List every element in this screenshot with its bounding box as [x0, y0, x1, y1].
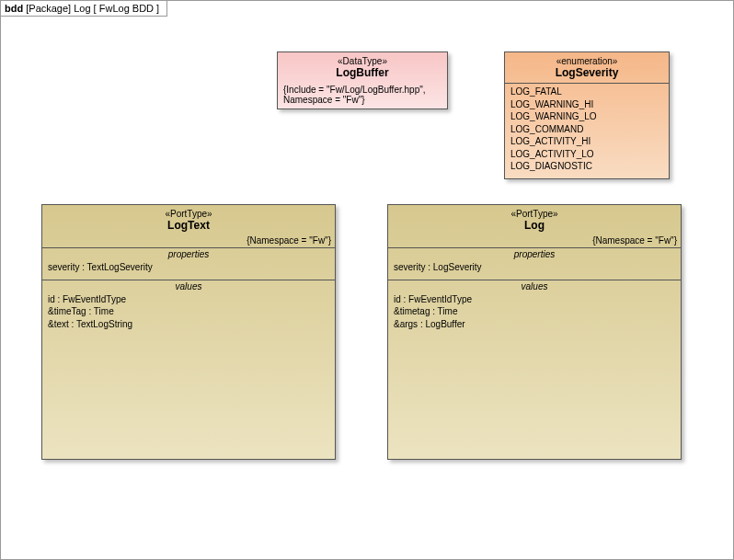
enum-literal: LOG_WARNING_LO — [510, 110, 663, 123]
frame-header: bdd [Package] Log [ FwLog BDD ] — [1, 1, 167, 17]
frame-prefix: bdd — [5, 3, 23, 14]
frame-label: [Package] Log [ FwLog BDD ] — [26, 3, 159, 14]
logtext-values-label: values — [42, 280, 335, 291]
block-logbuffer: «DataType» LogBuffer {Include = "Fw/Log/… — [277, 51, 448, 109]
block-logtext: «PortType» LogText {Namespace = "Fw"} pr… — [41, 204, 336, 460]
enum-literal: LOG_DIAGNOSTIC — [510, 160, 663, 173]
logtext-constraint: {Namespace = "Fw"} — [42, 235, 335, 247]
logbuffer-stereotype: «DataType» — [283, 56, 442, 66]
logbuffer-name: LogBuffer — [283, 66, 442, 79]
log-values-label: values — [388, 280, 681, 291]
logseverity-stereotype: «enumeration» — [510, 56, 663, 66]
logseverity-name: LogSeverity — [510, 66, 663, 79]
block-logseverity: «enumeration» LogSeverity LOG_FATAL LOG_… — [504, 51, 670, 179]
enum-literal: LOG_WARNING_HI — [510, 98, 663, 111]
block-log: «PortType» Log {Namespace = "Fw"} proper… — [387, 204, 682, 460]
log-header: «PortType» Log — [388, 205, 681, 235]
property-row: severity : LogSeverity — [394, 261, 675, 274]
diagram-frame: bdd [Package] Log [ FwLog BDD ] «DataTyp… — [0, 0, 734, 560]
logtext-properties-label: properties — [42, 248, 335, 259]
value-row: id : FwEventIdType — [394, 293, 675, 306]
enum-literal: LOG_ACTIVITY_LO — [510, 148, 663, 161]
enum-literal: LOG_FATAL — [510, 86, 663, 98]
log-properties: severity : LogSeverity — [388, 259, 681, 280]
logtext-name: LogText — [48, 219, 329, 232]
block-logbuffer-header: «DataType» LogBuffer — [278, 52, 447, 83]
logtext-stereotype: «PortType» — [48, 209, 329, 219]
log-name: Log — [394, 219, 675, 232]
value-row: &timetag : Time — [394, 305, 675, 318]
logtext-header: «PortType» LogText — [42, 205, 335, 235]
enum-literal: LOG_COMMAND — [510, 123, 663, 136]
value-row: &args : LogBuffer — [394, 318, 675, 331]
log-constraint: {Namespace = "Fw"} — [388, 235, 681, 247]
log-values: id : FwEventIdType &timetag : Time &args… — [388, 291, 681, 337]
log-properties-label: properties — [388, 248, 681, 259]
logtext-properties: severity : TextLogSeverity — [42, 259, 335, 280]
logseverity-header: «enumeration» LogSeverity — [505, 52, 669, 83]
property-row: severity : TextLogSeverity — [48, 261, 329, 274]
enum-literal: LOG_ACTIVITY_HI — [510, 135, 663, 148]
logtext-values: id : FwEventIdType &timeTag : Time &text… — [42, 291, 335, 337]
value-row: id : FwEventIdType — [48, 293, 329, 306]
logbuffer-constraint: {Include = "Fw/Log/LogBuffer.hpp", Names… — [278, 83, 447, 109]
value-row: &text : TextLogString — [48, 318, 329, 331]
log-stereotype: «PortType» — [394, 209, 675, 219]
logseverity-literals: LOG_FATAL LOG_WARNING_HI LOG_WARNING_LO … — [505, 83, 669, 178]
value-row: &timeTag : Time — [48, 305, 329, 318]
